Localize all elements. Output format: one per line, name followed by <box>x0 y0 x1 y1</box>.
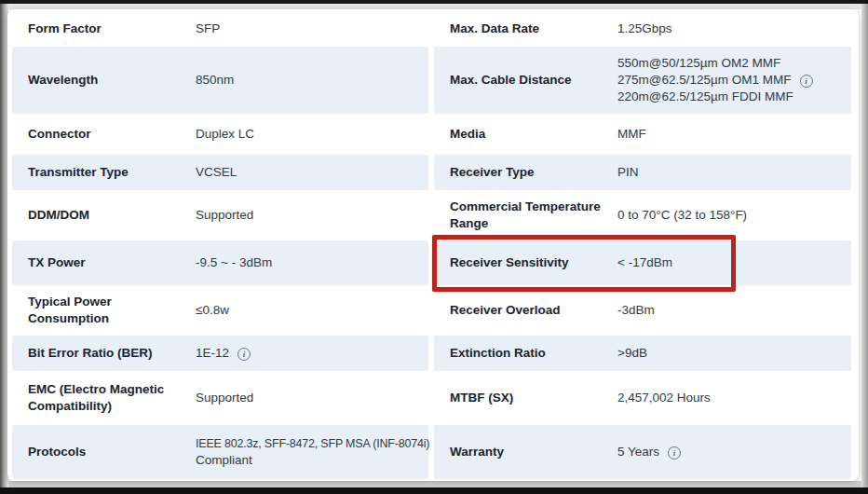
spec-row: ConnectorDuplex LCMediaMMF <box>12 114 851 155</box>
spec-value: >9dB <box>617 345 851 362</box>
photo-border-bottom-strip <box>8 481 861 487</box>
spec-value: < -17dBm <box>617 254 851 271</box>
spec-value: IEEE 802.3z, SFF-8472, SFP MSA (INF-8074… <box>196 435 435 469</box>
spec-cell-protocols: ProtocolsIEEE 802.3z, SFF-8472, SFP MSA … <box>12 425 428 479</box>
spec-label: Form Factor <box>28 21 196 37</box>
spec-label: Warranty <box>450 444 617 460</box>
spec-label: Receiver Sensitivity <box>450 254 617 271</box>
spec-value: ≤0.8w <box>196 302 428 319</box>
spec-value-text: 275m@62.5/125µm OM1 MMF <box>617 72 792 89</box>
spec-value-text: PIN <box>617 164 639 181</box>
spec-value-text: 2,457,002 Hours <box>617 390 711 406</box>
spec-value-text: MMF <box>617 126 646 143</box>
spec-cell-tx-power: TX Power-9.5 ~ - 3dBm <box>12 240 428 285</box>
spec-value-text: 550m@50/125µm OM2 MMF <box>617 55 780 72</box>
spec-cell-transmitter-type: Transmitter TypeVCSEL <box>12 155 428 190</box>
spec-value-text: 1.25Gbps <box>617 21 672 37</box>
spec-value-text: -9.5 ~ - 3dBm <box>196 254 272 271</box>
spec-value-text: 220m@62.5/125µm FDDI MMF <box>617 89 793 105</box>
spec-value: 850nm <box>196 72 428 89</box>
spec-cell-wavelength: Wavelength850nm <box>12 47 428 114</box>
spec-row: Form FactorSFPMax. Data Rate1.25Gbps <box>12 11 851 47</box>
spec-value: 550m@50/125µm OM2 MMF275m@62.5/125µm OM1… <box>617 55 851 105</box>
spec-label: DDM/DOM <box>28 207 196 224</box>
spec-label: EMC (Electro MagneticCompatibility) <box>28 381 196 415</box>
spec-value-text: Supported <box>196 390 253 406</box>
spec-table: Form FactorSFPMax. Data Rate1.25GbpsWave… <box>12 11 851 479</box>
spec-value-text: >9dB <box>617 345 647 362</box>
spec-label: Typical PowerConsumption <box>28 294 196 327</box>
spec-cell-connector: ConnectorDuplex LC <box>12 114 428 155</box>
spec-cell-emc: EMC (Electro MagneticCompatibility)Suppo… <box>12 371 428 425</box>
spec-row: Transmitter TypeVCSELReceiver TypePIN <box>12 155 851 190</box>
spec-value-text: 0 to 70°C (32 to 158°F) <box>617 207 747 224</box>
spec-value: 1E-12i <box>196 345 428 362</box>
spec-cell-max-data-rate: Max. Data Rate1.25Gbps <box>434 11 851 47</box>
spec-value: Duplex LC <box>196 126 428 143</box>
spec-value-text: < -17dBm <box>617 254 672 271</box>
spec-cell-receiver-type: Receiver TypePIN <box>434 155 851 190</box>
spec-value: MMF <box>617 126 851 143</box>
spec-label: Wavelength <box>28 72 196 89</box>
spec-value-text: Supported <box>196 207 253 224</box>
spec-value: VCSEL <box>196 164 428 181</box>
spec-row: Wavelength850nmMax. Cable Distance550m@5… <box>12 47 851 114</box>
spec-value: -9.5 ~ - 3dBm <box>196 254 428 271</box>
spec-label: Media <box>450 126 617 143</box>
spec-cell-extinction-ratio: Extinction Ratio>9dB <box>434 336 851 371</box>
spec-row: Typical PowerConsumption≤0.8wReceiver Ov… <box>12 285 851 336</box>
spec-row: EMC (Electro MagneticCompatibility)Suppo… <box>12 371 851 425</box>
spec-value-text: 1E-12 <box>196 345 229 362</box>
spec-row: DDM/DOMSupportedCommercial TemperatureRa… <box>12 190 851 240</box>
spec-cell-receiver-sensitivity: Receiver Sensitivity< -17dBm <box>434 240 851 285</box>
spec-value: 2,457,002 Hours <box>617 390 851 406</box>
spec-value-text: -3dBm <box>617 302 655 319</box>
spec-cell-max-cable-distance: Max. Cable Distance550m@50/125µm OM2 MMF… <box>434 47 851 114</box>
spec-value-text: 850nm <box>196 72 234 89</box>
spec-cell-typical-power-consumption: Typical PowerConsumption≤0.8w <box>12 285 428 336</box>
spec-value-text: 5 Years <box>617 444 659 460</box>
spec-cell-media: MediaMMF <box>434 114 851 155</box>
spec-label: Receiver Type <box>450 164 617 181</box>
spec-value: PIN <box>617 164 851 181</box>
info-icon[interactable]: i <box>668 446 681 460</box>
spec-label: Max. Data Rate <box>450 21 617 37</box>
spec-value: Supported <box>196 207 428 224</box>
info-icon[interactable]: i <box>800 75 813 88</box>
spec-row: ProtocolsIEEE 802.3z, SFF-8472, SFP MSA … <box>12 425 851 479</box>
spec-value-text: ≤0.8w <box>196 302 229 319</box>
spec-value-text: VCSEL <box>196 164 237 181</box>
photo-border-right <box>861 0 868 494</box>
spec-cell-ddm-dom: DDM/DOMSupported <box>12 190 428 240</box>
spec-label: Max. Cable Distance <box>450 72 617 89</box>
info-icon[interactable]: i <box>237 348 251 361</box>
spec-label: TX Power <box>28 254 196 271</box>
spec-value-text: SFP <box>196 21 220 37</box>
spec-row: Bit Error Ratio (BER)1E-12iExtinction Ra… <box>12 336 851 371</box>
spec-cell-commercial-temperature-range: Commercial TemperatureRange0 to 70°C (32… <box>434 190 851 240</box>
spec-table-card: Form FactorSFPMax. Data Rate1.25GbpsWave… <box>7 9 859 481</box>
spec-value-text: Compliant <box>196 452 252 469</box>
spec-row: TX Power-9.5 ~ - 3dBmReceiver Sensitivit… <box>12 240 851 285</box>
spec-value: Supported <box>196 390 428 406</box>
spec-value: 1.25Gbps <box>617 21 851 37</box>
spec-label: Extinction Ratio <box>450 345 617 362</box>
spec-value: 0 to 70°C (32 to 158°F) <box>617 207 851 224</box>
spec-value: -3dBm <box>617 302 851 319</box>
spec-cell-mtbf-sx: MTBF (SX)2,457,002 Hours <box>434 371 851 425</box>
spec-label: Protocols <box>28 444 196 460</box>
spec-value-text: IEEE 802.3z, SFF-8472, SFP MSA (INF-8074… <box>196 435 429 452</box>
spec-cell-warranty: Warranty5 Yearsi <box>434 425 851 479</box>
photo-border-bottom <box>0 487 868 494</box>
spec-label: Bit Error Ratio (BER) <box>28 345 196 362</box>
spec-label: Receiver Overload <box>450 302 617 319</box>
spec-cell-form-factor: Form FactorSFP <box>12 11 428 47</box>
spec-cell-bit-error-ratio: Bit Error Ratio (BER)1E-12i <box>12 336 428 371</box>
spec-label: Commercial TemperatureRange <box>450 199 617 232</box>
screenshot-frame: Form FactorSFPMax. Data Rate1.25GbpsWave… <box>0 0 868 494</box>
spec-value-text: Duplex LC <box>196 126 254 143</box>
spec-label: Transmitter Type <box>28 164 196 181</box>
spec-label: Connector <box>28 126 196 143</box>
spec-value: 5 Yearsi <box>617 444 851 460</box>
spec-label: MTBF (SX) <box>450 390 617 406</box>
